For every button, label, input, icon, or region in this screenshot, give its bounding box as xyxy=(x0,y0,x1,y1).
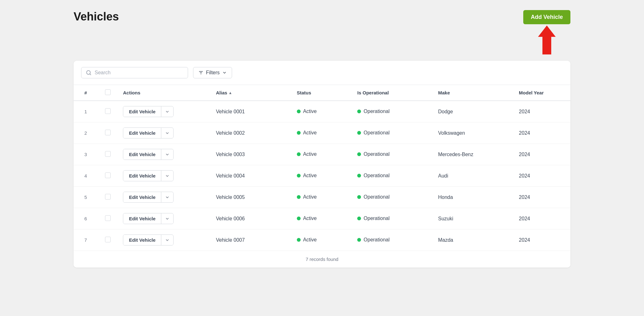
row-checkbox-cell xyxy=(98,122,118,144)
row-model-year: 2024 xyxy=(514,144,570,165)
row-checkbox[interactable] xyxy=(105,215,111,221)
row-operational: Operational xyxy=(352,208,433,229)
status-label: Active xyxy=(303,194,317,200)
search-wrapper xyxy=(81,67,188,78)
page-container: Vehicles Add Vehicle xyxy=(74,10,570,268)
search-icon xyxy=(86,70,92,76)
row-operational: Operational xyxy=(352,229,433,251)
chevron-down-icon xyxy=(165,174,169,178)
row-model-year: 2024 xyxy=(514,208,570,229)
row-model-year: 2024 xyxy=(514,101,570,122)
main-card: Filters # Actions Alias ▲ xyxy=(74,61,570,268)
chevron-down-icon xyxy=(165,110,169,114)
row-checkbox[interactable] xyxy=(105,108,111,114)
status-label: Active xyxy=(303,130,317,136)
status-label: Active xyxy=(303,151,317,157)
col-header-hash: # xyxy=(74,85,98,101)
edit-vehicle-button[interactable]: Edit Vehicle xyxy=(123,192,161,202)
row-make: Honda xyxy=(433,187,514,208)
row-checkbox[interactable] xyxy=(105,237,111,242)
chevron-down-icon xyxy=(165,131,169,135)
row-operational: Operational xyxy=(352,144,433,165)
table-row: 1 Edit Vehicle Vehicle 0001 A xyxy=(74,101,570,122)
action-dropdown-button[interactable] xyxy=(161,171,173,181)
col-header-actions: Actions xyxy=(118,85,211,101)
table-row: 4 Edit Vehicle Vehicle 0004 A xyxy=(74,165,570,187)
row-checkbox[interactable] xyxy=(105,194,111,200)
vehicles-table: # Actions Alias ▲ Status Is Operational … xyxy=(74,85,570,251)
operational-dot-icon xyxy=(357,131,361,135)
chevron-down-icon xyxy=(165,152,169,157)
status-dot-icon xyxy=(297,195,301,199)
action-group: Edit Vehicle xyxy=(123,127,174,138)
row-alias: Vehicle 0002 xyxy=(211,122,292,144)
row-actions-cell: Edit Vehicle xyxy=(118,208,211,229)
row-make: Suzuki xyxy=(433,208,514,229)
search-input[interactable] xyxy=(95,70,183,76)
table-row: 6 Edit Vehicle Vehicle 0006 A xyxy=(74,208,570,229)
row-checkbox[interactable] xyxy=(105,172,111,178)
status-dot-icon xyxy=(297,131,301,135)
status-label: Active xyxy=(303,173,317,178)
table-footer: 7 records found xyxy=(74,251,570,268)
edit-vehicle-button[interactable]: Edit Vehicle xyxy=(123,128,161,138)
edit-vehicle-button[interactable]: Edit Vehicle xyxy=(123,171,161,181)
row-make: Audi xyxy=(433,165,514,187)
edit-vehicle-button[interactable]: Edit Vehicle xyxy=(123,149,161,160)
row-status: Active xyxy=(292,208,353,229)
row-alias: Vehicle 0003 xyxy=(211,144,292,165)
operational-dot-icon xyxy=(357,238,361,242)
status-label: Active xyxy=(303,216,317,221)
add-vehicle-button[interactable]: Add Vehicle xyxy=(523,10,570,24)
operational-dot-icon xyxy=(357,217,361,220)
toolbar: Filters xyxy=(74,61,570,85)
arrow-shaft xyxy=(542,37,551,54)
svg-line-1 xyxy=(90,74,91,75)
status-dot-icon xyxy=(297,174,301,178)
row-actions-cell: Edit Vehicle xyxy=(118,229,211,251)
row-checkbox[interactable] xyxy=(105,151,111,157)
arrow-up-icon xyxy=(538,25,556,37)
action-dropdown-button[interactable] xyxy=(161,235,173,245)
action-dropdown-button[interactable] xyxy=(161,150,173,159)
status-dot-icon xyxy=(297,110,301,113)
page-header: Vehicles Add Vehicle xyxy=(74,10,570,54)
action-group: Edit Vehicle xyxy=(123,234,174,245)
row-checkbox-cell xyxy=(98,187,118,208)
row-make: Dodge xyxy=(433,101,514,122)
row-alias: Vehicle 0005 xyxy=(211,187,292,208)
row-actions-cell: Edit Vehicle xyxy=(118,101,211,122)
row-operational: Operational xyxy=(352,165,433,187)
edit-vehicle-button[interactable]: Edit Vehicle xyxy=(123,213,161,224)
col-header-model-year: Model Year xyxy=(514,85,570,101)
col-header-make: Make xyxy=(433,85,514,101)
action-dropdown-button[interactable] xyxy=(161,214,173,223)
row-checkbox-cell xyxy=(98,165,118,187)
chevron-down-icon xyxy=(165,195,169,200)
action-group: Edit Vehicle xyxy=(123,192,174,203)
edit-vehicle-button[interactable]: Edit Vehicle xyxy=(123,235,161,245)
operational-dot-icon xyxy=(357,152,361,156)
row-checkbox-cell xyxy=(98,208,118,229)
records-count: 7 records found xyxy=(306,257,338,262)
action-dropdown-button[interactable] xyxy=(161,107,173,116)
select-all-checkbox[interactable] xyxy=(105,89,111,95)
row-actions-cell: Edit Vehicle xyxy=(118,144,211,165)
row-alias: Vehicle 0007 xyxy=(211,229,292,251)
action-dropdown-button[interactable] xyxy=(161,193,173,202)
row-status: Active xyxy=(292,101,353,122)
arrow-annotation xyxy=(538,25,556,54)
row-number: 5 xyxy=(74,187,98,208)
page-title: Vehicles xyxy=(74,10,119,23)
filters-button[interactable]: Filters xyxy=(193,67,232,78)
edit-vehicle-button[interactable]: Edit Vehicle xyxy=(123,106,161,117)
table-header-row: # Actions Alias ▲ Status Is Operational … xyxy=(74,85,570,101)
action-dropdown-button[interactable] xyxy=(161,128,173,138)
row-checkbox[interactable] xyxy=(105,130,111,135)
chevron-down-icon xyxy=(222,71,227,75)
row-alias: Vehicle 0006 xyxy=(211,208,292,229)
table-row: 5 Edit Vehicle Vehicle 0005 A xyxy=(74,187,570,208)
row-checkbox-cell xyxy=(98,101,118,122)
row-number: 2 xyxy=(74,122,98,144)
table-row: 3 Edit Vehicle Vehicle 0003 A xyxy=(74,144,570,165)
